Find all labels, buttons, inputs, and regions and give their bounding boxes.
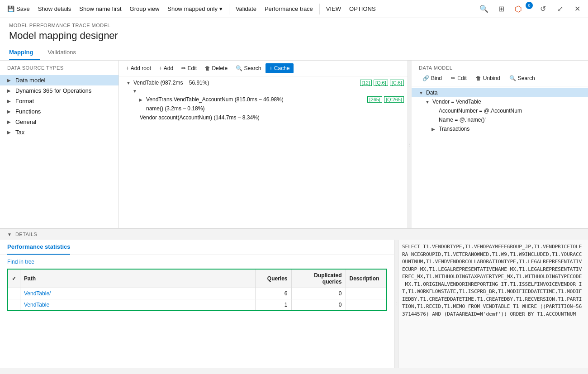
ds-item-label: VendTrans.VendTable_AccountNum (815.0ms … bbox=[146, 96, 365, 103]
tree-arrow: ▶ bbox=[7, 99, 13, 104]
panel-data-model: DATA MODEL 🔗 Bind ✏ Edit 🗑 Unbind bbox=[412, 61, 588, 228]
group-view-button[interactable]: Group view bbox=[126, 4, 163, 14]
show-mapped-only-button[interactable]: Show mapped only ▾ bbox=[164, 4, 226, 14]
performance-table-container: ✓ Path Queries Duplicated queries Descri… bbox=[0, 269, 394, 368]
save-button[interactable]: 💾 Save bbox=[4, 4, 33, 14]
dm-header: DATA MODEL 🔗 Bind ✏ Edit 🗑 Unbind bbox=[412, 61, 588, 86]
bind-button[interactable]: 🔗 Bind bbox=[419, 73, 446, 83]
page-title: Model mapping designer bbox=[9, 30, 579, 42]
dm-item[interactable]: ▼Data bbox=[412, 88, 588, 97]
unbind-button[interactable]: 🗑 Unbind bbox=[472, 73, 504, 83]
edit-dm-button[interactable]: ✏ Edit bbox=[447, 73, 470, 83]
dm-item[interactable]: ▶Name = @.'name()' bbox=[412, 115, 588, 124]
chevron-down-icon: ▾ bbox=[219, 5, 223, 12]
cache-button[interactable]: + Cache bbox=[266, 63, 293, 73]
bottom-header: ▼ DETAILS bbox=[0, 229, 588, 240]
save-icon: 💾 bbox=[7, 5, 14, 12]
tab-mapping[interactable]: Mapping bbox=[9, 46, 40, 60]
office-icon-button[interactable]: ⬡ bbox=[511, 2, 526, 16]
notification-badge: 0 bbox=[526, 2, 533, 9]
performance-table: ✓ Path Queries Duplicated queries Descri… bbox=[7, 269, 387, 311]
dm-label: DATA MODEL bbox=[419, 65, 581, 71]
row-queries: 1 bbox=[255, 299, 291, 311]
dst-item[interactable]: ▶Format bbox=[0, 96, 119, 106]
col-path: Path bbox=[20, 269, 256, 288]
edit-ds-button[interactable]: ✏ Edit bbox=[178, 63, 200, 73]
ds-item[interactable]: ▼ bbox=[119, 87, 408, 95]
dm-item[interactable]: ▶Transactions bbox=[412, 124, 588, 133]
add-root-button[interactable]: + Add root bbox=[123, 63, 155, 73]
add-button[interactable]: + Add bbox=[156, 63, 177, 73]
refresh-button[interactable]: ↺ bbox=[536, 2, 550, 16]
dm-arrow: ▼ bbox=[419, 90, 424, 95]
panel-data-sources: + Add root + Add ✏ Edit 🗑 Delete 🔍 Searc… bbox=[119, 61, 408, 228]
ds-arrow: ▼ bbox=[126, 80, 132, 85]
dm-item[interactable]: ▼Vendor = VendTable bbox=[412, 97, 588, 106]
unbind-icon: 🗑 bbox=[476, 75, 481, 81]
dst-item-label: Data model bbox=[15, 77, 45, 84]
view-button[interactable]: VIEW bbox=[322, 4, 345, 14]
dst-item[interactable]: ▶General bbox=[0, 117, 119, 127]
row-desc bbox=[346, 288, 386, 299]
popout-button[interactable]: ⤢ bbox=[553, 2, 567, 16]
panel-data-source-types: DATA SOURCE TYPES ▶Data model▶Dynamics 3… bbox=[0, 61, 119, 228]
dst-item-label: Functions bbox=[15, 108, 41, 115]
delete-ds-button[interactable]: 🗑 Delete bbox=[201, 63, 231, 73]
dm-item[interactable]: ▶AccountNumber = @.AccountNum bbox=[412, 106, 588, 115]
row-path[interactable]: VendTable/ bbox=[20, 288, 256, 299]
dst-item[interactable]: ▶Functions bbox=[0, 106, 119, 117]
dm-item-label: Data bbox=[426, 90, 437, 96]
badge-2: [Q:265] bbox=[384, 96, 404, 103]
vertical-drag-handle[interactable]: ⋮ bbox=[408, 61, 412, 228]
options-button[interactable]: OPTIONS bbox=[346, 4, 379, 14]
search-ds-button[interactable]: 🔍 Search bbox=[232, 63, 265, 73]
tree-arrow: ▶ bbox=[7, 109, 13, 114]
validate-button[interactable]: Validate bbox=[232, 4, 260, 14]
dst-item[interactable]: ▶Dynamics 365 for Operations bbox=[0, 85, 119, 96]
dst-item-label: Tax bbox=[15, 129, 24, 136]
show-name-first-button[interactable]: Show name first bbox=[76, 4, 125, 14]
tab-performance-statistics[interactable]: Performance statistics bbox=[7, 240, 70, 255]
dst-item-label: Dynamics 365 for Operations bbox=[15, 87, 91, 94]
close-button[interactable]: ✕ bbox=[570, 2, 584, 16]
dm-item-label: Vendor = VendTable bbox=[432, 99, 481, 105]
badge-2: [Q:6] bbox=[374, 80, 388, 86]
tabs: Mapping Validations bbox=[9, 46, 579, 60]
dst-item[interactable]: ▶Data model bbox=[0, 75, 119, 85]
col-description: Description bbox=[346, 269, 386, 288]
details-label: DETAILS bbox=[15, 232, 38, 237]
search-dm-button[interactable]: 🔍 Search bbox=[506, 73, 539, 83]
tab-validations[interactable]: Validations bbox=[47, 46, 83, 60]
tree-arrow: ▶ bbox=[7, 88, 13, 93]
ds-arrow: ▼ bbox=[133, 89, 138, 94]
ds-item[interactable]: ▶Vendor account(AccountNum) (144.7ms – 8… bbox=[119, 113, 408, 122]
search-dm-icon: 🔍 bbox=[509, 75, 516, 81]
grid-icon-button[interactable]: ⊞ bbox=[494, 2, 508, 16]
dm-item-label: Transactions bbox=[439, 126, 469, 132]
horizontal-drag-handle[interactable]: ⋮ bbox=[394, 240, 398, 368]
dm-arrow: ▼ bbox=[425, 99, 431, 104]
edit-icon: ✏ bbox=[451, 75, 455, 81]
ds-toolbar: + Add root + Add ✏ Edit 🗑 Delete 🔍 Searc… bbox=[119, 61, 408, 76]
search-toolbar-button[interactable]: 🔍 bbox=[477, 2, 491, 16]
ds-item[interactable]: ▶name() (3.2ms – 0.18%) bbox=[119, 104, 408, 113]
row-check bbox=[8, 288, 20, 299]
ds-item[interactable]: ▶VendTrans.VendTable_AccountNum (815.0ms… bbox=[119, 95, 408, 104]
badge-1: [265] bbox=[367, 96, 382, 103]
dst-item-label: General bbox=[15, 118, 36, 125]
separator-1 bbox=[229, 4, 229, 14]
badge-1: [12] bbox=[360, 80, 372, 86]
ds-item-label: name() (3.2ms – 0.18%) bbox=[146, 105, 404, 112]
dst-item-label: Format bbox=[15, 98, 34, 104]
details-arrow: ▼ bbox=[7, 232, 12, 237]
performance-trace-button[interactable]: Performance trace bbox=[261, 4, 317, 14]
col-check: ✓ bbox=[8, 269, 20, 288]
col-dup-queries: Duplicated queries bbox=[291, 269, 346, 288]
find-in-tree-link[interactable]: Find in tree bbox=[0, 255, 394, 269]
dst-item[interactable]: ▶Tax bbox=[0, 127, 119, 137]
bottom-content: Performance statistics Find in tree ✓ Pa… bbox=[0, 240, 588, 368]
show-details-button[interactable]: Show details bbox=[34, 4, 75, 14]
dm-toolbar: 🔗 Bind ✏ Edit 🗑 Unbind 🔍 Search bbox=[419, 73, 581, 83]
ds-item[interactable]: ▼VendTable (987.2ms – 56.91%)[12][Q:6][C… bbox=[119, 78, 408, 87]
row-path[interactable]: VendTable bbox=[20, 299, 256, 311]
